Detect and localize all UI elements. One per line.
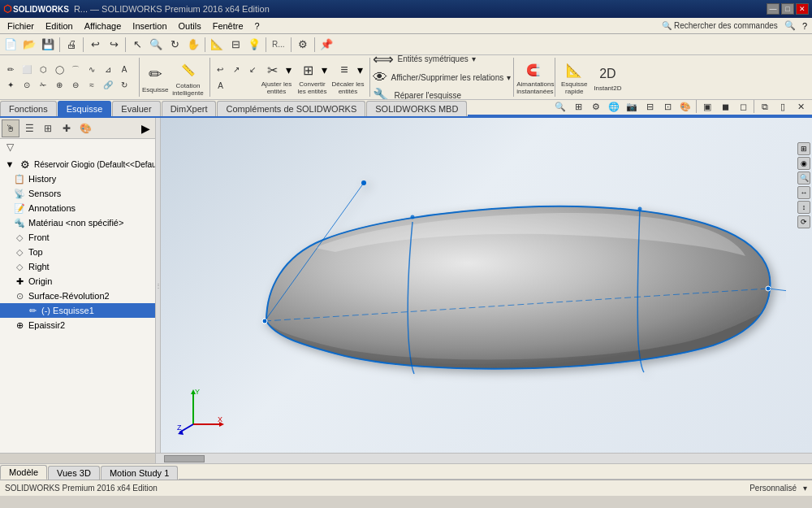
sketch-small-3[interactable]: ⬡ [36, 63, 50, 77]
sym-dropdown[interactable]: ▾ [472, 55, 476, 63]
btab-motionstudy[interactable]: Motion Study 1 [101, 466, 178, 480]
select-btn[interactable]: ↖ [128, 36, 146, 54]
tree-item-material[interactable]: 🔩 Matériau <non spécifié> [0, 215, 155, 230]
vp-right-btn-1[interactable]: ⊞ [797, 142, 810, 155]
search-box[interactable]: 🔍 Rechercher des commandes [659, 21, 781, 30]
sketch-btn-esquisse[interactable]: ✏ [142, 61, 168, 87]
panel-icon-list[interactable]: ☰ [20, 119, 38, 137]
sketch-small-11[interactable]: ✁ [36, 78, 50, 93]
vp-tab-icon-9[interactable]: ▣ [699, 98, 715, 115]
vp-tab-icon-6[interactable]: ⊟ [641, 98, 658, 115]
vp-tab-icon-3[interactable]: ⚙ [588, 98, 604, 115]
sketch-small-12[interactable]: ⊕ [52, 78, 67, 93]
pan-btn[interactable]: ✋ [184, 36, 202, 54]
vp-right-btn-3[interactable]: 🔍 [797, 172, 810, 185]
h-scroll-thumb[interactable] [164, 455, 205, 462]
vp-right-btn-2[interactable]: ◉ [797, 157, 810, 170]
adjust-btn3[interactable]: ↙ [245, 62, 260, 76]
menu-fenetre[interactable]: Fenêtre [207, 20, 249, 33]
sketch-small-4[interactable]: ◯ [52, 63, 67, 77]
zoom-btn[interactable]: 🔍 [147, 36, 165, 54]
tab-fonctions[interactable]: Fonctions [0, 101, 57, 116]
display-btn[interactable]: 💡 [245, 36, 263, 54]
vp-tab-icon-4[interactable]: 🌐 [606, 98, 622, 115]
minimize-button[interactable]: — [767, 3, 780, 15]
vp-tab-icon-11[interactable]: ◻ [735, 98, 751, 115]
undo-btn[interactable]: ↩ [86, 36, 104, 54]
viewport[interactable]: Y X Z ⊞ ◉ 🔍 ↔ ↕ ⟳ [161, 118, 812, 453]
menu-edition[interactable]: Edition [40, 20, 79, 33]
open-btn[interactable]: 📂 [20, 36, 38, 54]
menu-question-icon[interactable]: ? [799, 21, 810, 31]
vp-tab-icon-2[interactable]: ⊞ [570, 98, 586, 115]
sketch-small-7[interactable]: ⊿ [101, 63, 115, 77]
vp-right-btn-5[interactable]: ↕ [797, 201, 810, 214]
panel-icon-color[interactable]: 🎨 [76, 119, 94, 137]
adjust-btn2[interactable]: ↗ [229, 62, 244, 76]
sketch-small-10[interactable]: ⊙ [19, 78, 34, 93]
sketch-small-9[interactable]: ✦ [3, 78, 18, 93]
sketch-btn-ajuster[interactable]: ✂ [261, 59, 284, 81]
menu-search-icon[interactable]: 🔍 [781, 20, 799, 31]
menu-outils[interactable]: Outils [173, 20, 207, 33]
tree-item-root[interactable]: ▼ ⚙ Réservoir Giogio (Default<<Default>_… [0, 157, 155, 172]
tree-item-epaissir[interactable]: ⊕ Epaissir2 [0, 318, 155, 332]
sketch-small-16[interactable]: ↻ [117, 78, 132, 93]
tree-item-sensors[interactable]: 📡 Sensors [0, 186, 155, 201]
tree-item-esquisse1[interactable]: ✏ (-) Esquisse1 [0, 303, 155, 318]
save-btn[interactable]: 💾 [39, 36, 57, 54]
print-btn[interactable]: 🖨 [63, 36, 80, 54]
pin-btn[interactable]: 📌 [317, 36, 335, 54]
menu-fichier[interactable]: Fichier [2, 20, 40, 33]
vp-tab-icon-7[interactable]: ⊡ [659, 98, 676, 115]
panel-icon-grid[interactable]: ⊞ [39, 119, 57, 137]
tree-item-right[interactable]: ◇ Right [0, 259, 155, 274]
tab-esquisse[interactable]: Esquisse [58, 101, 112, 116]
tree-item-annotations[interactable]: 📝 Annotations [0, 201, 155, 215]
convertir-dropdown[interactable]: ▾ [322, 59, 327, 81]
sketch-btn-instant2d[interactable]: 2D [596, 63, 619, 85]
vp-close-btn[interactable]: ✕ [793, 98, 809, 115]
sketch-btn-cotation[interactable]: 📏 [175, 57, 201, 83]
rel-dropdown[interactable]: ▾ [507, 73, 511, 82]
maximize-button[interactable]: □ [781, 3, 794, 15]
btab-modele[interactable]: Modèle [0, 465, 47, 480]
sketch-btn-convertir[interactable]: ⊞ [297, 59, 320, 81]
panel-icon-mouse[interactable]: 🖱 [2, 119, 19, 137]
sketch-small-2[interactable]: ⬜ [19, 63, 34, 77]
sketch-small-8[interactable]: A [117, 63, 132, 77]
settings-btn[interactable]: ⚙ [294, 36, 312, 54]
panel-collapse-arrow[interactable]: ▶ [138, 122, 153, 135]
tab-evaluer[interactable]: Evaluer [112, 101, 160, 116]
h-scroll-track[interactable] [156, 454, 812, 463]
filter-icon[interactable]: ▽ [3, 141, 16, 154]
section-view-btn[interactable]: ⊟ [227, 36, 244, 54]
btab-vues3d[interactable]: Vues 3D [48, 466, 100, 480]
tree-item-history[interactable]: 📋 History [0, 172, 155, 186]
sketch-small-1[interactable]: ✏ [3, 63, 18, 77]
tree-item-surface[interactable]: ⊙ Surface-Révolution2 [0, 289, 155, 303]
tree-item-front[interactable]: ◇ Front [0, 230, 155, 245]
menu-insertion[interactable]: Insertion [127, 20, 172, 33]
rotate-btn[interactable]: ↻ [166, 36, 184, 54]
sketch-small-13[interactable]: ⊖ [68, 78, 83, 93]
sketch-small-15[interactable]: 🔗 [101, 78, 115, 93]
ajuster-dropdown[interactable]: ▾ [286, 59, 292, 81]
tab-mbd[interactable]: SOLIDWORKS MBD [366, 101, 467, 116]
adjust-btn[interactable]: ↩ [213, 62, 227, 76]
vp-right-btn-4[interactable]: ↔ [797, 186, 810, 199]
panel-icon-add[interactable]: ✚ [58, 119, 76, 137]
new-btn[interactable]: 📄 [2, 36, 19, 54]
sketch-btn-rapide[interactable]: 📐 [563, 59, 585, 81]
vp-tab-icon-5[interactable]: 📷 [624, 98, 640, 115]
tree-item-top[interactable]: ◇ Top [0, 245, 155, 259]
vp-tab-icon-8[interactable]: 🎨 [677, 98, 693, 115]
menu-help[interactable]: ? [249, 20, 266, 33]
sketch-btn-decaler[interactable]: ≡ [333, 59, 356, 81]
tab-complements[interactable]: Compléments de SOLIDWORKS [217, 101, 365, 116]
status-dropdown[interactable]: ▾ [803, 484, 807, 493]
redo-btn[interactable]: ↪ [105, 36, 123, 54]
vp-tab-icon-1[interactable]: 🔍 [552, 98, 568, 115]
tab-dimxpert[interactable]: DimXpert [162, 101, 217, 116]
vp-float-btn[interactable]: ⧉ [757, 98, 773, 115]
